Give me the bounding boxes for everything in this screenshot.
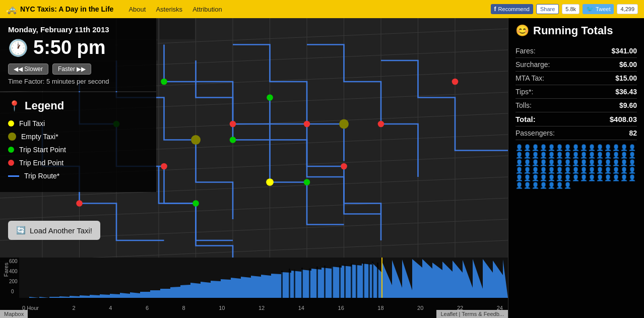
fares-y-label: Fares — [3, 263, 9, 277]
svg-rect-64 — [368, 264, 370, 298]
reload-icon: 🔄 — [16, 226, 26, 235]
fares-label: Fares: — [516, 47, 536, 55]
svg-point-35 — [230, 137, 236, 143]
x-label-2: 2 — [73, 305, 76, 311]
person-icon: 👤 — [524, 152, 531, 159]
fares-row: Fares: $341.00 — [516, 44, 637, 58]
tweet-button[interactable]: 🐦 Tweet — [583, 4, 614, 14]
person-icon: 👤 — [628, 167, 636, 174]
fares-value: $341.00 — [611, 47, 637, 55]
person-icon: 👤 — [588, 159, 596, 166]
person-icons-grid: 👤👤👤👤👤👤👤👤👤👤👤👤👤👤👤👤👤👤👤👤👤👤👤👤👤👤👤👤👤👤👤👤👤👤👤👤👤👤👤👤… — [516, 144, 637, 189]
person-icon: 👤 — [564, 167, 571, 174]
x-label-4: 4 — [109, 305, 112, 311]
person-icon: 👤 — [588, 152, 596, 159]
person-icon: 👤 — [516, 144, 523, 151]
nav-asterisks[interactable]: Asterisks — [156, 6, 182, 13]
svg-rect-51 — [281, 271, 283, 298]
person-icon: 👤 — [548, 144, 555, 151]
person-icon: 👤 — [540, 182, 547, 189]
person-icon: 👤 — [532, 182, 539, 189]
left-panel: Monday, February 11th 2013 🕐 5:50 pm ◀◀ … — [0, 18, 156, 192]
bottom-chart[interactable]: Fares 600 400 200 0 — [0, 258, 508, 318]
person-icon: 👤 — [540, 144, 547, 151]
x-label-18: 18 — [377, 305, 383, 311]
person-icon: 👤 — [580, 174, 588, 181]
person-icon: 👤 — [548, 174, 555, 181]
person-icon: 👤 — [612, 167, 620, 174]
person-icon: 👤 — [524, 167, 531, 174]
person-icon: 👤 — [516, 167, 523, 174]
person-icon: 👤 — [548, 152, 555, 159]
tolls-row: Tolls: $9.60 — [516, 99, 637, 112]
fb-share-button[interactable]: Share — [536, 4, 559, 14]
fb-count: 5.8k — [562, 4, 579, 14]
person-icon: 👤 — [620, 152, 628, 159]
nav-attribution[interactable]: Attribution — [192, 6, 222, 13]
person-icon: 👤 — [516, 159, 523, 166]
person-icon: 👤 — [540, 159, 547, 166]
pin-icon: 📍 — [8, 100, 21, 112]
surcharge-value: $6.00 — [619, 60, 637, 69]
svg-point-43 — [76, 200, 83, 207]
person-icon: 👤 — [604, 144, 612, 151]
person-icon: 👤 — [548, 182, 555, 189]
svg-rect-61 — [351, 264, 352, 298]
clock-icon: 🕐 — [8, 38, 28, 57]
fb-recommend-button[interactable]: f Recommend — [491, 4, 533, 14]
time-panel: Monday, February 11th 2013 🕐 5:50 pm ◀◀ … — [0, 18, 156, 91]
reload-popup[interactable]: 🔄 Load Another Taxi! — [8, 221, 100, 240]
total-value: $408.03 — [610, 115, 637, 123]
legend-empty-taxi: Empty Taxi* — [8, 133, 148, 141]
passengers-row: Passengers: 82 — [516, 126, 637, 140]
person-icon: 👤 — [596, 159, 604, 166]
person-icon: 👤 — [556, 174, 563, 181]
person-icon: 👤 — [604, 174, 612, 181]
svg-rect-62 — [356, 265, 357, 298]
person-icon: 👤 — [572, 167, 579, 174]
svg-rect-59 — [339, 266, 341, 298]
tweet-count: 4,299 — [617, 4, 638, 14]
svg-rect-52 — [289, 269, 290, 298]
person-icon: 👤 — [588, 144, 596, 151]
surcharge-row: Surcharge: $6.00 — [516, 58, 637, 72]
trip-route-line — [8, 175, 19, 177]
person-icon: 👤 — [532, 152, 539, 159]
site-logo: 🚕 NYC Taxis: A Day in the Life — [6, 4, 113, 15]
totals-title: 😊 Running Totals — [516, 24, 637, 37]
person-icon: 👤 — [516, 182, 523, 189]
main-area: Monday, February 11th 2013 🕐 5:50 pm ◀◀ … — [0, 18, 644, 318]
person-icon: 👤 — [540, 167, 547, 174]
x-label-12: 12 — [259, 305, 265, 311]
person-icon: 👤 — [628, 174, 636, 181]
person-icon: 👤 — [604, 159, 612, 166]
nav-links: About Asterisks Attribution — [128, 6, 222, 13]
person-icon: 👤 — [524, 174, 531, 181]
svg-point-40 — [304, 121, 310, 128]
tolls-value: $9.60 — [619, 101, 637, 109]
slower-button[interactable]: ◀◀ Slower — [8, 63, 48, 75]
svg-point-45 — [452, 79, 459, 85]
legend-full-taxi: Full Taxi — [8, 119, 148, 128]
x-label-14: 14 — [298, 305, 304, 311]
chart-axis: 0 Hour 2 4 6 8 10 12 14 16 18 20 22 24 — [0, 303, 508, 313]
svg-rect-27 — [160, 19, 195, 39]
svg-point-39 — [230, 121, 236, 128]
person-icon: 👤 — [620, 159, 628, 166]
nav-about[interactable]: About — [128, 6, 146, 13]
surcharge-label: Surcharge: — [516, 60, 550, 69]
legend-panel: 📍 Legend Full Taxi Empty Taxi* Trip Star… — [0, 92, 156, 192]
time-display: 🕐 5:50 pm — [8, 37, 148, 58]
person-icon: 👤 — [628, 152, 636, 159]
time-factor-label: Time Factor: 5 minutes per second — [8, 78, 148, 85]
person-icon: 👤 — [580, 159, 588, 166]
empty-taxi-dot — [8, 133, 16, 141]
person-icon: 👤 — [604, 152, 612, 159]
current-time: 5:50 pm — [33, 37, 106, 58]
svg-point-41 — [161, 163, 167, 170]
svg-point-44 — [378, 121, 384, 128]
svg-rect-56 — [316, 267, 318, 298]
person-icon: 👤 — [564, 174, 571, 181]
faster-button[interactable]: Faster ▶▶ — [52, 63, 91, 75]
person-icon: 👤 — [516, 174, 523, 181]
